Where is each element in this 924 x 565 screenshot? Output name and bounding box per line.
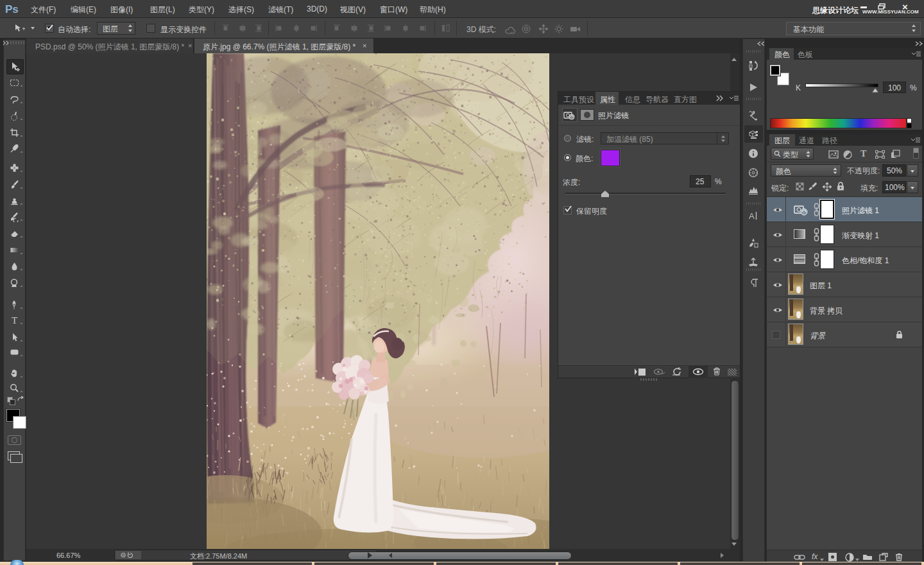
svg-text:A: A: [749, 211, 755, 221]
svg-text:T: T: [12, 315, 17, 326]
